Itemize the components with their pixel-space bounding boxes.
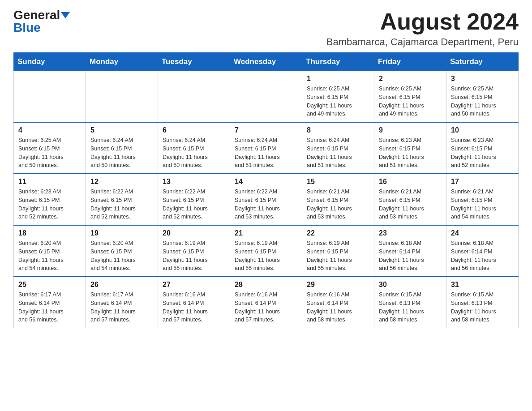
day-number: 16 (379, 178, 442, 186)
day-info: Sunrise: 6:25 AMSunset: 6:15 PMDaylight:… (451, 85, 514, 118)
day-info: Sunrise: 6:24 AMSunset: 6:15 PMDaylight:… (235, 136, 297, 170)
day-number: 10 (451, 126, 514, 134)
calendar-cell: 15Sunrise: 6:21 AMSunset: 6:15 PMDayligh… (302, 174, 374, 225)
calendar-cell: 2Sunrise: 6:25 AMSunset: 6:15 PMDaylight… (374, 71, 446, 123)
calendar-week-row: 18Sunrise: 6:20 AMSunset: 6:15 PMDayligh… (14, 225, 519, 277)
day-info: Sunrise: 6:15 AMSunset: 6:13 PMDaylight:… (379, 291, 442, 324)
day-info: Sunrise: 6:21 AMSunset: 6:15 PMDaylight:… (379, 188, 442, 221)
day-number: 25 (18, 281, 81, 289)
day-number: 27 (163, 281, 225, 289)
day-number: 8 (307, 126, 369, 134)
calendar-week-row: 25Sunrise: 6:17 AMSunset: 6:14 PMDayligh… (14, 277, 519, 328)
day-info: Sunrise: 6:16 AMSunset: 6:14 PMDaylight:… (235, 291, 297, 324)
month-year-title: August 2024 (326, 9, 519, 34)
day-number: 22 (307, 229, 369, 237)
calendar-cell: 18Sunrise: 6:20 AMSunset: 6:15 PMDayligh… (14, 225, 86, 277)
calendar-table: SundayMondayTuesdayWednesdayThursdayFrid… (13, 52, 519, 328)
day-info: Sunrise: 6:19 AMSunset: 6:15 PMDaylight:… (235, 239, 297, 273)
calendar-week-row: 1Sunrise: 6:25 AMSunset: 6:15 PMDaylight… (14, 71, 519, 123)
calendar-cell: 23Sunrise: 6:18 AMSunset: 6:14 PMDayligh… (374, 225, 446, 277)
calendar-cell: 22Sunrise: 6:19 AMSunset: 6:15 PMDayligh… (302, 225, 374, 277)
day-info: Sunrise: 6:18 AMSunset: 6:14 PMDaylight:… (379, 239, 442, 273)
calendar-cell: 1Sunrise: 6:25 AMSunset: 6:15 PMDaylight… (302, 71, 374, 123)
day-number: 31 (451, 281, 514, 289)
title-area: August 2024 Bambamarca, Cajamarca Depart… (326, 9, 519, 48)
calendar-cell: 16Sunrise: 6:21 AMSunset: 6:15 PMDayligh… (374, 174, 446, 225)
calendar-week-row: 11Sunrise: 6:23 AMSunset: 6:15 PMDayligh… (14, 174, 519, 225)
day-info: Sunrise: 6:23 AMSunset: 6:15 PMDaylight:… (451, 136, 514, 170)
day-number: 24 (451, 229, 514, 237)
day-info: Sunrise: 6:19 AMSunset: 6:15 PMDaylight:… (163, 239, 225, 273)
day-number: 19 (90, 229, 153, 237)
calendar-cell: 3Sunrise: 6:25 AMSunset: 6:15 PMDaylight… (446, 71, 519, 123)
day-number: 7 (235, 126, 297, 134)
day-number: 13 (163, 178, 225, 186)
day-number: 9 (379, 126, 442, 134)
day-info: Sunrise: 6:24 AMSunset: 6:15 PMDaylight:… (90, 136, 153, 170)
day-info: Sunrise: 6:16 AMSunset: 6:14 PMDaylight:… (163, 291, 225, 324)
calendar-cell (14, 71, 86, 123)
day-info: Sunrise: 6:23 AMSunset: 6:15 PMDaylight:… (18, 188, 81, 221)
day-info: Sunrise: 6:25 AMSunset: 6:15 PMDaylight:… (307, 85, 369, 118)
day-number: 11 (18, 178, 81, 186)
calendar-header-wednesday: Wednesday (230, 53, 302, 71)
day-info: Sunrise: 6:22 AMSunset: 6:15 PMDaylight:… (90, 188, 153, 221)
calendar-cell: 31Sunrise: 6:15 AMSunset: 6:13 PMDayligh… (446, 277, 519, 328)
logo-blue-text: Blue (13, 21, 41, 34)
calendar-cell: 5Sunrise: 6:24 AMSunset: 6:15 PMDaylight… (86, 122, 158, 174)
day-number: 23 (379, 229, 442, 237)
day-number: 15 (307, 178, 369, 186)
calendar-header-thursday: Thursday (302, 53, 374, 71)
calendar-cell: 10Sunrise: 6:23 AMSunset: 6:15 PMDayligh… (446, 122, 519, 174)
calendar-cell: 29Sunrise: 6:16 AMSunset: 6:14 PMDayligh… (302, 277, 374, 328)
calendar-cell: 27Sunrise: 6:16 AMSunset: 6:14 PMDayligh… (158, 277, 230, 328)
day-info: Sunrise: 6:16 AMSunset: 6:14 PMDaylight:… (307, 291, 369, 324)
calendar-week-row: 4Sunrise: 6:25 AMSunset: 6:15 PMDaylight… (14, 122, 519, 174)
day-number: 28 (235, 281, 297, 289)
calendar-cell: 4Sunrise: 6:25 AMSunset: 6:15 PMDaylight… (14, 122, 86, 174)
day-info: Sunrise: 6:18 AMSunset: 6:14 PMDaylight:… (451, 239, 514, 273)
day-number: 5 (90, 126, 153, 134)
location-title: Bambamarca, Cajamarca Department, Peru (326, 36, 519, 48)
day-number: 21 (235, 229, 297, 237)
day-number: 3 (451, 75, 514, 83)
calendar-cell: 6Sunrise: 6:24 AMSunset: 6:15 PMDaylight… (158, 122, 230, 174)
day-number: 1 (307, 75, 369, 83)
day-info: Sunrise: 6:21 AMSunset: 6:15 PMDaylight:… (451, 188, 514, 221)
day-number: 26 (90, 281, 153, 289)
calendar-cell (158, 71, 230, 123)
day-info: Sunrise: 6:20 AMSunset: 6:15 PMDaylight:… (18, 239, 81, 273)
calendar-cell: 13Sunrise: 6:22 AMSunset: 6:15 PMDayligh… (158, 174, 230, 225)
day-info: Sunrise: 6:24 AMSunset: 6:15 PMDaylight:… (307, 136, 369, 170)
calendar-cell: 26Sunrise: 6:17 AMSunset: 6:14 PMDayligh… (86, 277, 158, 328)
logo-triangle-icon (61, 12, 70, 18)
calendar-cell: 28Sunrise: 6:16 AMSunset: 6:14 PMDayligh… (230, 277, 302, 328)
day-info: Sunrise: 6:25 AMSunset: 6:15 PMDaylight:… (379, 85, 442, 118)
calendar-cell: 14Sunrise: 6:22 AMSunset: 6:15 PMDayligh… (230, 174, 302, 225)
day-number: 18 (18, 229, 81, 237)
calendar-header-tuesday: Tuesday (158, 53, 230, 71)
day-number: 14 (235, 178, 297, 186)
calendar-cell: 21Sunrise: 6:19 AMSunset: 6:15 PMDayligh… (230, 225, 302, 277)
header: General Blue August 2024 Bambamarca, Caj… (13, 9, 519, 48)
day-info: Sunrise: 6:23 AMSunset: 6:15 PMDaylight:… (379, 136, 442, 170)
calendar-cell: 12Sunrise: 6:22 AMSunset: 6:15 PMDayligh… (86, 174, 158, 225)
day-info: Sunrise: 6:15 AMSunset: 6:13 PMDaylight:… (451, 291, 514, 324)
calendar-header-row: SundayMondayTuesdayWednesdayThursdayFrid… (14, 53, 519, 71)
logo-general-text: General (13, 9, 60, 21)
calendar-cell: 9Sunrise: 6:23 AMSunset: 6:15 PMDaylight… (374, 122, 446, 174)
day-info: Sunrise: 6:17 AMSunset: 6:14 PMDaylight:… (90, 291, 153, 324)
calendar-header-monday: Monday (86, 53, 158, 71)
calendar-cell: 8Sunrise: 6:24 AMSunset: 6:15 PMDaylight… (302, 122, 374, 174)
calendar-cell: 20Sunrise: 6:19 AMSunset: 6:15 PMDayligh… (158, 225, 230, 277)
day-info: Sunrise: 6:21 AMSunset: 6:15 PMDaylight:… (307, 188, 369, 221)
calendar-cell: 25Sunrise: 6:17 AMSunset: 6:14 PMDayligh… (14, 277, 86, 328)
day-info: Sunrise: 6:22 AMSunset: 6:15 PMDaylight:… (235, 188, 297, 221)
day-info: Sunrise: 6:17 AMSunset: 6:14 PMDaylight:… (18, 291, 81, 324)
day-info: Sunrise: 6:19 AMSunset: 6:15 PMDaylight:… (307, 239, 369, 273)
day-number: 20 (163, 229, 225, 237)
day-number: 2 (379, 75, 442, 83)
logo: General Blue (13, 9, 70, 34)
calendar-cell: 30Sunrise: 6:15 AMSunset: 6:13 PMDayligh… (374, 277, 446, 328)
calendar-header-sunday: Sunday (14, 53, 86, 71)
